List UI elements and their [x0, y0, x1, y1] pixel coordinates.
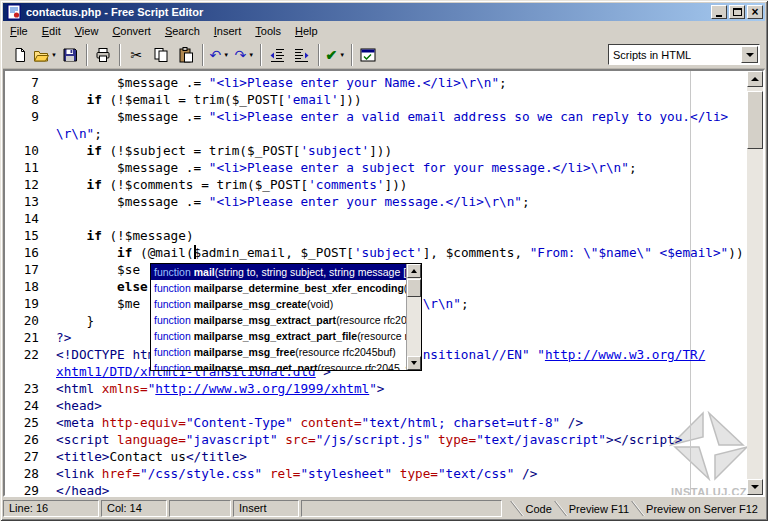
- preview-window-icon: [360, 47, 376, 63]
- line-number: 9: [5, 108, 47, 125]
- minimize-button[interactable]: [711, 5, 727, 19]
- scrollbar-thumb[interactable]: [407, 279, 421, 297]
- code-line: 23<html xmlns="http://www.w3.org/1999/xh…: [5, 380, 747, 397]
- printer-icon: [95, 47, 111, 63]
- redo-arrow-icon: ↷: [235, 47, 247, 63]
- line-number: 8: [5, 91, 47, 108]
- autocomplete-item[interactable]: function mailparse_msg_extract_part(reso…: [151, 312, 406, 328]
- menu-view[interactable]: View: [68, 22, 106, 40]
- new-file-button[interactable]: [8, 44, 31, 66]
- line-number: 20: [5, 312, 47, 329]
- outdent-icon: [269, 47, 285, 63]
- menu-edit[interactable]: Edit: [35, 22, 68, 40]
- preview-button[interactable]: [357, 44, 380, 66]
- autocomplete-scrollbar[interactable]: [406, 264, 421, 370]
- indent-button[interactable]: [291, 44, 314, 66]
- new-file-icon: [12, 47, 28, 63]
- autocomplete-item[interactable]: function mail(string to, string subject,…: [151, 264, 406, 280]
- line-number: 11: [5, 159, 47, 176]
- text-caret: [194, 245, 196, 259]
- code-line: 16 if (@mail($admin_email, $_POST['subje…: [5, 244, 747, 261]
- copy-button[interactable]: [150, 44, 173, 66]
- maximize-button[interactable]: [729, 5, 745, 19]
- line-number: [5, 125, 47, 142]
- line-number: 12: [5, 176, 47, 193]
- arrow-down-icon: [751, 485, 759, 489]
- close-icon: ×: [751, 6, 758, 18]
- print-button[interactable]: [92, 44, 115, 66]
- tab-preview-on-server-f12[interactable]: Preview on Server F12: [646, 503, 758, 515]
- dropdown-arrow-icon: ▼: [51, 52, 57, 58]
- scroll-down-button[interactable]: [407, 356, 421, 370]
- status-tabs: CodePreview F11Preview on Server F12: [508, 500, 758, 517]
- tab-preview-f11[interactable]: Preview F11: [569, 503, 629, 515]
- scroll-up-button[interactable]: [407, 264, 421, 278]
- tab-code[interactable]: Code: [525, 503, 551, 515]
- app-window: contactus.php - Free Script Editor × Fil…: [0, 0, 768, 521]
- check-icon: ✔: [326, 47, 338, 63]
- code-line: 12 if (!$comments = trim($_POST['comment…: [5, 176, 747, 193]
- toolbar-separator: [119, 44, 121, 66]
- save-button[interactable]: [59, 44, 82, 66]
- language-select-value: Scripts in HTML: [609, 49, 741, 61]
- line-number: 26: [5, 431, 47, 448]
- arrow-up-icon: [751, 77, 759, 81]
- line-number: 28: [5, 465, 47, 482]
- autocomplete-item[interactable]: function mailparse_msg_create(void): [151, 296, 406, 312]
- autocomplete-item[interactable]: function mailparse_msg_free(resource rfc…: [151, 344, 406, 360]
- redo-button[interactable]: ↷▼: [233, 44, 256, 66]
- line-number: 13: [5, 193, 47, 210]
- line-number: 14: [5, 210, 47, 227]
- code-line: 26<script language="javascript" src="/js…: [5, 431, 747, 448]
- status-line: Line: 16: [3, 500, 99, 517]
- paste-clipboard-icon: [178, 47, 194, 63]
- line-number: 7: [5, 74, 47, 91]
- toolbar: ▼ ✂ ↶▼ ↷▼ ✔▼ Scrip: [3, 41, 765, 69]
- autocomplete-item[interactable]: function mailparse_determine_best_xfer_e…: [151, 280, 406, 296]
- editor-scrollbar[interactable]: [747, 71, 763, 495]
- menu-convert[interactable]: Convert: [105, 22, 158, 40]
- tab-separator: [631, 501, 644, 516]
- menu-file[interactable]: File: [3, 22, 35, 40]
- code-line: 11 $message .= "<li>Please enter a subje…: [5, 159, 747, 176]
- code-line: 10 if (!$subject = trim($_POST['subject'…: [5, 142, 747, 159]
- scrollbar-thumb[interactable]: [747, 91, 763, 149]
- line-number: 19: [5, 295, 47, 312]
- line-number: 10: [5, 142, 47, 159]
- close-button[interactable]: ×: [747, 5, 763, 19]
- autocomplete-item[interactable]: function mailparse_msg_get_part(resource…: [151, 360, 406, 370]
- status-blank-panel: [169, 500, 231, 517]
- outdent-button[interactable]: [266, 44, 289, 66]
- window-title: contactus.php - Free Script Editor: [26, 6, 709, 18]
- autocomplete-item[interactable]: function mailparse_msg_extract_part_file…: [151, 328, 406, 344]
- save-floppy-icon: [62, 47, 78, 63]
- menu-insert[interactable]: Insert: [207, 22, 249, 40]
- chevron-down-icon: [746, 53, 754, 57]
- tab-separator: [511, 501, 524, 516]
- language-select[interactable]: Scripts in HTML: [608, 44, 760, 65]
- combo-dropdown-button[interactable]: [741, 46, 758, 63]
- code-line: 27<title>Contact us</title>: [5, 448, 747, 465]
- status-insert-mode: Insert: [233, 500, 299, 517]
- cut-button[interactable]: ✂: [125, 44, 148, 66]
- syntax-check-button[interactable]: ✔▼: [324, 44, 347, 66]
- menu-help[interactable]: Help: [288, 22, 325, 40]
- code-editor[interactable]: INSTALUJ.CZ 7 $message .= "<li>Please en…: [3, 69, 765, 497]
- maximize-icon: [733, 8, 742, 16]
- title-bar[interactable]: contactus.php - Free Script Editor ×: [3, 3, 765, 21]
- open-file-button[interactable]: ▼: [33, 44, 57, 66]
- toolbar-separator: [202, 44, 204, 66]
- menu-tools[interactable]: Tools: [248, 22, 288, 40]
- line-number: 15: [5, 227, 47, 244]
- scroll-down-button[interactable]: [747, 479, 763, 495]
- scroll-up-button[interactable]: [747, 71, 763, 87]
- line-number: 16: [5, 244, 47, 261]
- line-number: [5, 363, 47, 380]
- menubar: FileEditViewConvertSearchInsertToolsHelp: [3, 21, 765, 41]
- toolbar-separator: [318, 44, 320, 66]
- paste-button[interactable]: [175, 44, 198, 66]
- undo-button[interactable]: ↶▼: [208, 44, 231, 66]
- toolbar-separator: [260, 44, 262, 66]
- undo-arrow-icon: ↶: [210, 47, 222, 63]
- menu-search[interactable]: Search: [158, 22, 207, 40]
